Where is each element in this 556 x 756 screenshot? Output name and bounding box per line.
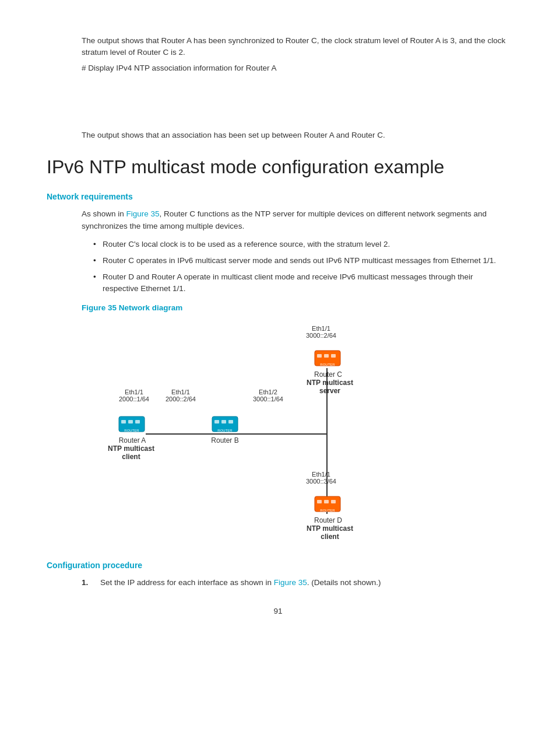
- router-c-icon: ROUTER: [312, 346, 343, 369]
- router-d-icon: ROUTER: [312, 492, 343, 515]
- config-step-1: 1. Set the IP address for each interface…: [82, 577, 509, 589]
- router-a-eth-label: Eth1/1 2000::1/64: [111, 388, 157, 402]
- figure35-link-1[interactable]: Figure 35: [126, 209, 160, 218]
- router-a-icon: ROUTER: [117, 412, 147, 435]
- svg-rect-12: [324, 354, 329, 358]
- bullet-1: Router C's local clock is to be used as …: [93, 239, 509, 250]
- svg-rect-16: [317, 500, 322, 503]
- router-b-eth1-label: Eth1/1 2000::2/64: [157, 388, 204, 402]
- router-c-sublabel: NTP multicast server: [301, 379, 359, 395]
- network-requirements-body: As shown in Figure 35, Router C function…: [82, 208, 509, 233]
- router-b-group: Eth1/1 2000::2/64 Eth1/2 3000::1/64 ROUT…: [210, 412, 240, 437]
- bullet-2: Router C operates in IPv6 multicast serv…: [93, 255, 509, 267]
- router-c-group: Eth1/1 3000::2/64 ROUTER Router C NTP mu…: [312, 346, 343, 371]
- svg-rect-13: [331, 354, 336, 358]
- router-a-sublabel: NTP multicast client: [99, 444, 163, 461]
- line-b-right: [236, 433, 326, 435]
- router-b-label: Router B: [207, 436, 242, 444]
- router-d-eth-label: Eth1/1 3000::3/64: [295, 471, 347, 485]
- svg-rect-1: [121, 420, 126, 424]
- svg-text:ROUTER: ROUTER: [124, 429, 139, 432]
- router-d-label: Router D: [310, 516, 346, 524]
- router-d-group: Eth1/1 3000::3/64 ROUTER Router D NTP mu…: [312, 492, 343, 517]
- router-d-sublabel: NTP multicast client: [301, 524, 359, 541]
- figure-title: Figure 35 Network diagram: [82, 303, 509, 312]
- svg-rect-6: [214, 420, 219, 424]
- router-a-label: Router A: [112, 436, 153, 444]
- router-b-icon: ROUTER: [210, 412, 240, 435]
- svg-rect-11: [317, 354, 322, 358]
- svg-rect-17: [324, 500, 329, 503]
- network-requirements-heading: Network requirements: [47, 192, 509, 201]
- assoc-text: The output shows that an association has…: [82, 131, 509, 139]
- bullet-list: Router C's local clock is to be used as …: [93, 239, 509, 295]
- section-title: IPv6 NTP multicast mode configuration ex…: [47, 156, 509, 178]
- router-c-eth-label: Eth1/1 3000::2/64: [295, 325, 347, 339]
- page-number: 91: [47, 607, 509, 615]
- router-a-group: Eth1/1 2000::1/64 ROUTER Router A NTP mu…: [117, 412, 147, 437]
- configuration-heading: Configuration procedure: [47, 561, 509, 570]
- svg-text:ROUTER: ROUTER: [320, 509, 335, 512]
- intro-para2: # Display IPv4 NTP association informati…: [82, 64, 509, 72]
- svg-rect-3: [135, 420, 140, 424]
- svg-text:ROUTER: ROUTER: [217, 429, 233, 432]
- svg-rect-18: [331, 500, 336, 503]
- router-b-eth2-label: Eth1/2 3000::1/64: [245, 388, 291, 402]
- svg-rect-8: [228, 420, 233, 424]
- svg-rect-2: [128, 420, 133, 424]
- network-diagram: Eth1/1 2000::1/64 ROUTER Router A NTP mu…: [82, 321, 498, 543]
- svg-text:ROUTER: ROUTER: [320, 363, 335, 366]
- intro-para1: The output shows that Router A has been …: [82, 35, 509, 59]
- bullet-3: Router D and Router A operate in multica…: [93, 271, 509, 295]
- svg-rect-7: [221, 420, 226, 424]
- router-c-label: Router C: [310, 370, 346, 379]
- figure35-link-2[interactable]: Figure 35: [274, 578, 307, 587]
